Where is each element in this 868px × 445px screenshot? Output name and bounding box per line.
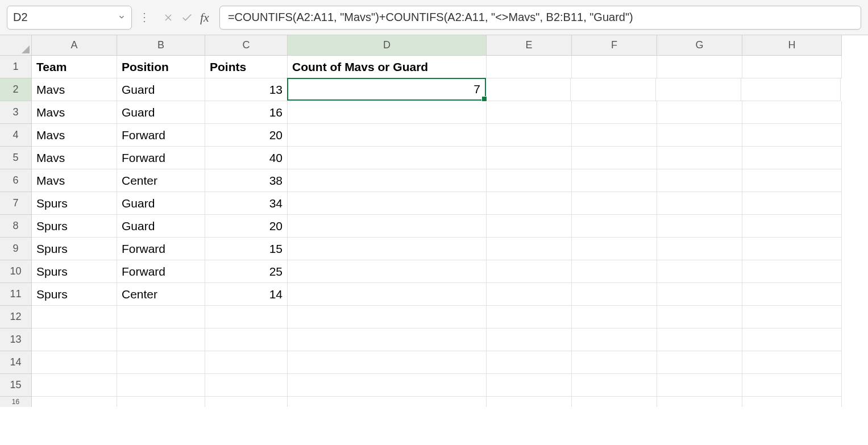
cell-F8[interactable] xyxy=(572,215,657,238)
formula-input[interactable]: =COUNTIFS(A2:A11, "Mavs")+COUNTIFS(A2:A1… xyxy=(219,6,861,30)
cell-B8[interactable]: Guard xyxy=(117,215,205,238)
cell-B15[interactable] xyxy=(117,374,205,397)
cell-E9[interactable] xyxy=(487,238,572,260)
cell-C9[interactable]: 15 xyxy=(205,238,288,260)
cell-B4[interactable]: Forward xyxy=(117,124,205,147)
cell-D1[interactable]: Count of Mavs or Guard xyxy=(288,56,487,78)
cell-D9[interactable] xyxy=(288,238,487,260)
cell-E10[interactable] xyxy=(487,260,572,283)
cell-A1[interactable]: Team xyxy=(32,56,117,78)
cell-G6[interactable] xyxy=(657,169,742,192)
cell-C7[interactable]: 34 xyxy=(205,192,288,215)
cell-D13[interactable] xyxy=(288,328,487,351)
cell-F13[interactable] xyxy=(572,328,657,351)
cell-A11[interactable]: Spurs xyxy=(32,283,117,306)
column-header-H[interactable]: H xyxy=(742,35,842,56)
cell-B1[interactable]: Position xyxy=(117,56,205,78)
cell-E14[interactable] xyxy=(487,351,572,374)
cell-A7[interactable]: Spurs xyxy=(32,192,117,215)
cell-C16[interactable] xyxy=(205,397,288,407)
cell-C13[interactable] xyxy=(205,328,288,351)
cell-H6[interactable] xyxy=(742,169,842,192)
cell-H16[interactable] xyxy=(742,397,842,407)
column-header-F[interactable]: F xyxy=(572,35,657,56)
cell-A3[interactable]: Mavs xyxy=(32,101,117,124)
cell-B7[interactable]: Guard xyxy=(117,192,205,215)
cell-F6[interactable] xyxy=(572,169,657,192)
row-header-16[interactable]: 16 xyxy=(0,397,32,407)
cell-H4[interactable] xyxy=(742,124,842,147)
cell-G5[interactable] xyxy=(657,147,742,169)
cell-B10[interactable]: Forward xyxy=(117,260,205,283)
cell-C6[interactable]: 38 xyxy=(205,169,288,192)
cell-A4[interactable]: Mavs xyxy=(32,124,117,147)
cell-B14[interactable] xyxy=(117,351,205,374)
cell-H13[interactable] xyxy=(742,328,842,351)
cell-B9[interactable]: Forward xyxy=(117,238,205,260)
cell-D4[interactable] xyxy=(288,124,487,147)
row-header-11[interactable]: 11 xyxy=(0,283,32,306)
row-header-8[interactable]: 8 xyxy=(0,215,32,238)
cell-F15[interactable] xyxy=(572,374,657,397)
cell-H11[interactable] xyxy=(742,283,842,306)
column-header-B[interactable]: B xyxy=(117,35,205,56)
cell-D12[interactable] xyxy=(288,306,487,328)
row-header-12[interactable]: 12 xyxy=(0,306,32,328)
cell-H7[interactable] xyxy=(742,192,842,215)
cell-G14[interactable] xyxy=(657,351,742,374)
cell-E7[interactable] xyxy=(487,192,572,215)
cell-B6[interactable]: Center xyxy=(117,169,205,192)
cell-C8[interactable]: 20 xyxy=(205,215,288,238)
chevron-down-icon[interactable] xyxy=(118,11,126,24)
cell-D6[interactable] xyxy=(288,169,487,192)
cell-D2[interactable]: 7 xyxy=(287,78,486,101)
cell-G13[interactable] xyxy=(657,328,742,351)
cell-A14[interactable] xyxy=(32,351,117,374)
cell-B11[interactable]: Center xyxy=(117,283,205,306)
cell-F9[interactable] xyxy=(572,238,657,260)
cell-H2[interactable] xyxy=(741,78,841,101)
row-header-3[interactable]: 3 xyxy=(0,101,32,124)
cell-H1[interactable] xyxy=(742,56,842,78)
row-header-7[interactable]: 7 xyxy=(0,192,32,215)
row-header-6[interactable]: 6 xyxy=(0,169,32,192)
cell-F2[interactable] xyxy=(571,78,656,101)
cell-F4[interactable] xyxy=(572,124,657,147)
cell-B13[interactable] xyxy=(117,328,205,351)
cell-G2[interactable] xyxy=(656,78,741,101)
cell-F3[interactable] xyxy=(572,101,657,124)
cell-G12[interactable] xyxy=(657,306,742,328)
cell-A16[interactable] xyxy=(32,397,117,407)
cell-G1[interactable] xyxy=(657,56,742,78)
cell-D5[interactable] xyxy=(288,147,487,169)
cell-C1[interactable]: Points xyxy=(205,56,288,78)
cell-F16[interactable] xyxy=(572,397,657,407)
cell-A13[interactable] xyxy=(32,328,117,351)
row-header-10[interactable]: 10 xyxy=(0,260,32,283)
cell-E6[interactable] xyxy=(487,169,572,192)
column-header-D[interactable]: D xyxy=(288,35,487,56)
cell-B3[interactable]: Guard xyxy=(117,101,205,124)
cell-G9[interactable] xyxy=(657,238,742,260)
row-header-4[interactable]: 4 xyxy=(0,124,32,147)
cell-F10[interactable] xyxy=(572,260,657,283)
cell-F7[interactable] xyxy=(572,192,657,215)
row-header-13[interactable]: 13 xyxy=(0,328,32,351)
cell-C11[interactable]: 14 xyxy=(205,283,288,306)
cell-B16[interactable] xyxy=(117,397,205,407)
column-header-C[interactable]: C xyxy=(205,35,288,56)
cell-A5[interactable]: Mavs xyxy=(32,147,117,169)
cell-D11[interactable] xyxy=(288,283,487,306)
cell-G8[interactable] xyxy=(657,215,742,238)
column-header-G[interactable]: G xyxy=(657,35,742,56)
resize-handle-icon[interactable]: ⋮ xyxy=(136,16,152,19)
cell-H9[interactable] xyxy=(742,238,842,260)
cell-H12[interactable] xyxy=(742,306,842,328)
cell-C4[interactable]: 20 xyxy=(205,124,288,147)
cancel-formula-icon[interactable] xyxy=(163,12,174,23)
cell-G16[interactable] xyxy=(657,397,742,407)
row-header-1[interactable]: 1 xyxy=(0,56,32,78)
fx-icon[interactable]: fx xyxy=(200,10,209,25)
cell-E3[interactable] xyxy=(487,101,572,124)
cell-C2[interactable]: 13 xyxy=(205,78,288,101)
